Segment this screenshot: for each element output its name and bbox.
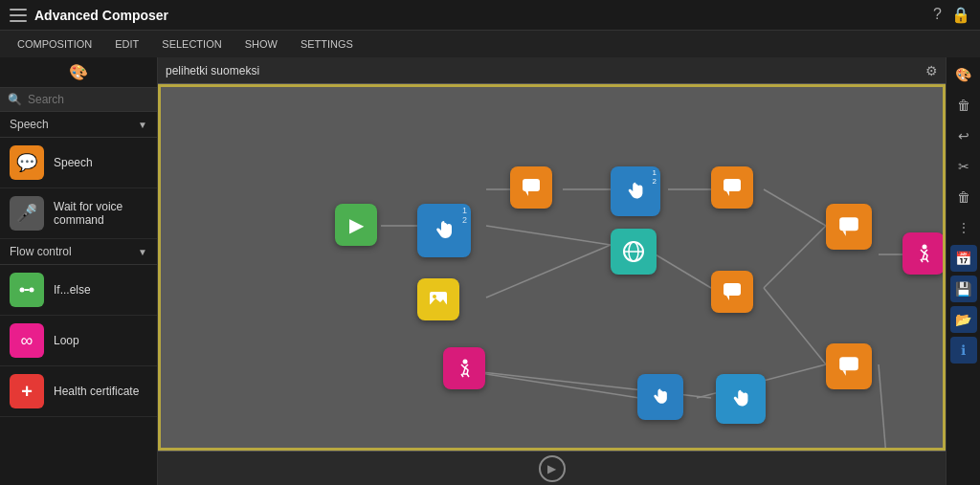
menu-edit[interactable]: EDIT bbox=[105, 36, 148, 52]
canvas-footer: ▶ bbox=[158, 451, 946, 485]
flow-section-header[interactable]: Flow control ▼ bbox=[0, 239, 157, 265]
menu-composition[interactable]: COMPOSITION bbox=[8, 36, 101, 52]
svg-line-12 bbox=[764, 288, 826, 364]
sidebar-item-loop[interactable]: ∞ Loop bbox=[0, 316, 157, 366]
canvas-viewport[interactable]: ▶ 12 12 bbox=[158, 84, 946, 451]
canvas-title: pelihetki suomeksi bbox=[166, 64, 259, 77]
node-hand-3[interactable] bbox=[637, 374, 683, 420]
ifelse-item-label: If...else bbox=[54, 283, 91, 297]
app-title: Advanced Composer bbox=[34, 8, 168, 23]
svg-point-23 bbox=[433, 295, 436, 298]
canvas-settings-icon[interactable]: ⚙ bbox=[925, 63, 938, 78]
svg-line-7 bbox=[486, 226, 611, 245]
loop-item-label: Loop bbox=[54, 334, 79, 347]
speech-section-header[interactable]: Speech ▼ bbox=[0, 112, 157, 138]
sidebar-palette[interactable]: 🎨 bbox=[0, 57, 157, 88]
undo-button[interactable]: ↩ bbox=[950, 122, 977, 149]
ifelse-item-icon bbox=[10, 273, 44, 307]
sidebar: 🎨 🔍 Speech ▼ 💬 Speech 🎤 Wait for voice c… bbox=[0, 57, 158, 485]
svg-marker-21 bbox=[726, 191, 729, 196]
canvas-area: pelihetki suomeksi ⚙ bbox=[158, 57, 946, 485]
svg-point-0 bbox=[20, 288, 25, 293]
node-image[interactable] bbox=[417, 278, 459, 320]
loop-item-icon: ∞ bbox=[10, 323, 44, 358]
cut-button[interactable]: ✂ bbox=[950, 153, 977, 180]
svg-marker-29 bbox=[726, 296, 729, 300]
menu-bar: COMPOSITION EDIT SELECTION SHOW SETTINGS bbox=[0, 31, 980, 57]
node-speech-2[interactable] bbox=[711, 166, 753, 209]
svg-line-10 bbox=[764, 189, 826, 226]
connections-svg bbox=[161, 87, 943, 448]
delete-button[interactable]: 🗑 bbox=[950, 92, 977, 119]
folder-button[interactable]: 📂 bbox=[950, 306, 977, 333]
menu-show[interactable]: SHOW bbox=[235, 36, 287, 52]
magic-button[interactable]: ⋮ bbox=[950, 214, 977, 241]
flow-chevron-icon: ▼ bbox=[138, 247, 147, 257]
menu-selection[interactable]: SELECTION bbox=[152, 36, 231, 52]
speech-chevron-icon: ▼ bbox=[138, 120, 147, 130]
menu-settings[interactable]: SETTINGS bbox=[291, 36, 363, 52]
voice-item-icon: 🎤 bbox=[10, 196, 44, 231]
svg-point-32 bbox=[923, 245, 927, 250]
main-layout: 🎨 🔍 Speech ▼ 💬 Speech 🎤 Wait for voice c… bbox=[0, 57, 980, 485]
speech-item-label: Speech bbox=[54, 156, 93, 169]
calendar-button[interactable]: 📅 bbox=[950, 245, 977, 272]
node-speech-4[interactable] bbox=[826, 204, 872, 250]
sidebar-item-ifelse[interactable]: If...else bbox=[0, 265, 157, 316]
hamburger-icon[interactable] bbox=[10, 7, 27, 24]
svg-point-1 bbox=[30, 288, 34, 293]
search-icon: 🔍 bbox=[8, 93, 22, 106]
play-button[interactable]: ▶ bbox=[539, 455, 566, 482]
svg-marker-31 bbox=[842, 231, 845, 235]
node-speech-3[interactable] bbox=[711, 271, 753, 313]
svg-point-33 bbox=[463, 360, 468, 364]
search-bar: 🔍 bbox=[0, 88, 157, 112]
flow-section-label: Flow control bbox=[10, 245, 72, 258]
svg-marker-35 bbox=[842, 370, 845, 375]
title-bar-right: ? 🔒 bbox=[933, 6, 970, 24]
search-input[interactable] bbox=[28, 93, 149, 106]
svg-line-8 bbox=[486, 245, 611, 298]
voice-item-label: Wait for voice command bbox=[54, 200, 147, 227]
title-bar-left: Advanced Composer bbox=[10, 7, 168, 24]
node-walk-2[interactable] bbox=[443, 347, 485, 389]
node-speech-1[interactable] bbox=[510, 166, 552, 209]
lock-icon[interactable]: 🔒 bbox=[951, 6, 970, 24]
svg-rect-34 bbox=[839, 357, 858, 370]
svg-rect-28 bbox=[724, 283, 741, 296]
speech-section-label: Speech bbox=[10, 118, 49, 131]
svg-rect-30 bbox=[839, 217, 858, 231]
node-hand-4[interactable] bbox=[716, 374, 766, 424]
svg-rect-18 bbox=[523, 179, 540, 191]
title-bar: Advanced Composer ? 🔒 bbox=[0, 0, 980, 31]
svg-line-11 bbox=[764, 226, 826, 288]
sidebar-item-speech[interactable]: 💬 Speech bbox=[0, 138, 157, 188]
help-icon[interactable]: ? bbox=[933, 6, 942, 24]
svg-line-17 bbox=[879, 364, 888, 448]
health-item-icon: + bbox=[10, 374, 44, 408]
svg-rect-20 bbox=[724, 179, 741, 191]
node-globe[interactable] bbox=[611, 229, 657, 275]
node-hand-2[interactable]: 12 bbox=[611, 166, 660, 216]
save-button[interactable]: 💾 bbox=[950, 276, 977, 302]
svg-marker-19 bbox=[525, 191, 528, 196]
info-button[interactable]: ℹ bbox=[950, 337, 977, 364]
node-hand-1[interactable]: 12 bbox=[417, 204, 471, 257]
delete2-button[interactable]: 🗑 bbox=[950, 184, 977, 210]
right-toolbar: 🎨 🗑 ↩ ✂ 🗑 ⋮ 📅 💾 📂 ℹ bbox=[946, 57, 980, 485]
sidebar-item-health[interactable]: + Health certificate bbox=[0, 366, 157, 417]
node-start[interactable]: ▶ bbox=[335, 204, 377, 246]
node-walk[interactable] bbox=[902, 232, 945, 275]
node-speech-5[interactable] bbox=[826, 343, 872, 389]
palette-icon: 🎨 bbox=[69, 63, 88, 81]
canvas-header: pelihetki suomeksi ⚙ bbox=[158, 57, 946, 84]
sidebar-item-voice[interactable]: 🎤 Wait for voice command bbox=[0, 188, 157, 239]
speech-item-icon: 💬 bbox=[10, 145, 44, 180]
palette-button[interactable]: 🎨 bbox=[950, 61, 977, 88]
health-item-label: Health certificate bbox=[54, 385, 139, 398]
